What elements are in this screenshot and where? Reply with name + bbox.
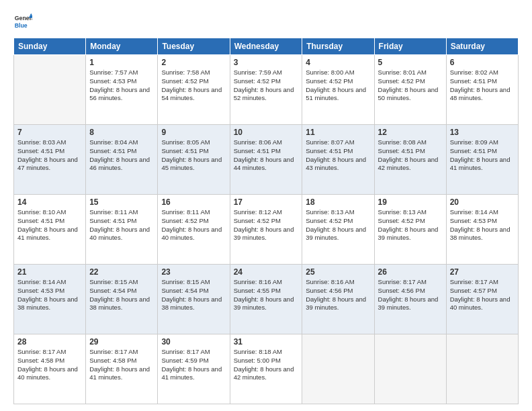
day-info: Sunrise: 8:10 AMSunset: 4:51 PMDaylight:… — [17, 208, 82, 242]
day-number: 3 — [234, 58, 299, 67]
day-info: Sunrise: 8:18 AMSunset: 5:00 PMDaylight:… — [234, 348, 299, 382]
logo-icon: General Blue — [13, 12, 32, 31]
day-cell: 21Sunrise: 8:14 AMSunset: 4:53 PMDayligh… — [14, 265, 86, 334]
day-cell: 10Sunrise: 8:06 AMSunset: 4:51 PMDayligh… — [230, 125, 302, 195]
day-cell — [374, 334, 446, 404]
day-info: Sunrise: 8:17 AMSunset: 4:57 PMDaylight:… — [450, 278, 515, 312]
day-number: 29 — [89, 337, 154, 347]
day-cell: 24Sunrise: 8:16 AMSunset: 4:55 PMDayligh… — [230, 265, 302, 334]
day-number: 16 — [161, 197, 226, 207]
day-cell: 6Sunrise: 8:02 AMSunset: 4:51 PMDaylight… — [446, 55, 518, 125]
day-number: 22 — [89, 267, 154, 277]
day-cell: 29Sunrise: 8:17 AMSunset: 4:58 PMDayligh… — [86, 334, 158, 404]
day-number: 10 — [234, 128, 299, 137]
day-info: Sunrise: 8:17 AMSunset: 4:56 PMDaylight:… — [378, 278, 443, 312]
day-info: Sunrise: 8:03 AMSunset: 4:51 PMDaylight:… — [17, 138, 82, 173]
day-cell: 14Sunrise: 8:10 AMSunset: 4:51 PMDayligh… — [14, 195, 86, 265]
day-info: Sunrise: 8:11 AMSunset: 4:52 PMDaylight:… — [161, 208, 226, 242]
day-number: 24 — [234, 267, 299, 277]
week-row: 1Sunrise: 7:57 AMSunset: 4:53 PMDaylight… — [14, 55, 519, 125]
day-info: Sunrise: 8:04 AMSunset: 4:51 PMDaylight:… — [89, 138, 154, 173]
day-info: Sunrise: 8:15 AMSunset: 4:54 PMDaylight:… — [89, 278, 154, 312]
day-info: Sunrise: 7:59 AMSunset: 4:52 PMDaylight:… — [234, 68, 299, 103]
day-info: Sunrise: 8:02 AMSunset: 4:51 PMDaylight:… — [450, 68, 515, 103]
calendar-table: SundayMondayTuesdayWednesdayThursdayFrid… — [13, 38, 519, 404]
day-cell: 28Sunrise: 8:17 AMSunset: 4:58 PMDayligh… — [14, 334, 86, 404]
day-number: 12 — [378, 128, 443, 137]
day-info: Sunrise: 8:13 AMSunset: 4:52 PMDaylight:… — [378, 208, 443, 242]
day-info: Sunrise: 8:14 AMSunset: 4:53 PMDaylight:… — [17, 278, 82, 312]
day-info: Sunrise: 8:17 AMSunset: 4:58 PMDaylight:… — [89, 348, 154, 382]
day-cell: 16Sunrise: 8:11 AMSunset: 4:52 PMDayligh… — [158, 195, 230, 265]
day-number: 30 — [161, 337, 226, 347]
day-info: Sunrise: 8:01 AMSunset: 4:52 PMDaylight:… — [378, 68, 443, 103]
day-info: Sunrise: 8:05 AMSunset: 4:51 PMDaylight:… — [161, 138, 226, 173]
header-day: Wednesday — [230, 38, 302, 55]
day-number: 21 — [17, 267, 82, 277]
day-info: Sunrise: 8:11 AMSunset: 4:51 PMDaylight:… — [89, 208, 154, 242]
day-number: 14 — [17, 197, 82, 207]
week-row: 14Sunrise: 8:10 AMSunset: 4:51 PMDayligh… — [14, 195, 519, 265]
day-number: 4 — [306, 58, 370, 67]
day-info: Sunrise: 8:14 AMSunset: 4:53 PMDaylight:… — [450, 208, 515, 242]
day-info: Sunrise: 8:17 AMSunset: 4:59 PMDaylight:… — [161, 348, 226, 382]
day-cell: 11Sunrise: 8:07 AMSunset: 4:51 PMDayligh… — [302, 125, 374, 195]
day-number: 25 — [306, 267, 370, 277]
day-number: 2 — [161, 58, 226, 67]
day-cell: 2Sunrise: 7:58 AMSunset: 4:52 PMDaylight… — [158, 55, 230, 125]
day-cell — [14, 55, 86, 125]
svg-text:Blue: Blue — [15, 22, 28, 29]
day-cell: 4Sunrise: 8:00 AMSunset: 4:52 PMDaylight… — [302, 55, 374, 125]
day-info: Sunrise: 8:16 AMSunset: 4:56 PMDaylight:… — [306, 278, 370, 312]
day-cell: 15Sunrise: 8:11 AMSunset: 4:51 PMDayligh… — [86, 195, 158, 265]
day-number: 15 — [89, 197, 154, 207]
day-cell: 1Sunrise: 7:57 AMSunset: 4:53 PMDaylight… — [86, 55, 158, 125]
day-cell — [302, 334, 374, 404]
day-number: 5 — [378, 58, 443, 67]
day-info: Sunrise: 8:16 AMSunset: 4:55 PMDaylight:… — [234, 278, 299, 312]
svg-text:General: General — [15, 15, 32, 21]
day-cell — [446, 334, 518, 404]
day-cell: 20Sunrise: 8:14 AMSunset: 4:53 PMDayligh… — [446, 195, 518, 265]
day-info: Sunrise: 8:13 AMSunset: 4:52 PMDaylight:… — [306, 208, 370, 242]
day-number: 1 — [89, 58, 154, 67]
day-number: 28 — [17, 337, 82, 347]
header-row: SundayMondayTuesdayWednesdayThursdayFrid… — [14, 38, 519, 55]
header-day: Sunday — [14, 38, 86, 55]
day-number: 27 — [450, 267, 515, 277]
header-day: Tuesday — [158, 38, 230, 55]
day-number: 19 — [378, 197, 443, 207]
day-cell: 22Sunrise: 8:15 AMSunset: 4:54 PMDayligh… — [86, 265, 158, 334]
day-info: Sunrise: 7:57 AMSunset: 4:53 PMDaylight:… — [89, 68, 154, 103]
day-number: 8 — [89, 128, 154, 137]
day-info: Sunrise: 8:12 AMSunset: 4:52 PMDaylight:… — [234, 208, 299, 242]
logo: General Blue — [13, 12, 32, 31]
day-number: 11 — [306, 128, 370, 137]
header-day: Thursday — [302, 38, 374, 55]
day-info: Sunrise: 8:09 AMSunset: 4:51 PMDaylight:… — [450, 138, 515, 173]
day-info: Sunrise: 8:07 AMSunset: 4:51 PMDaylight:… — [306, 138, 370, 173]
week-row: 7Sunrise: 8:03 AMSunset: 4:51 PMDaylight… — [14, 125, 519, 195]
page: General Blue SundayMondayTuesdayWednesda… — [0, 0, 532, 411]
day-info: Sunrise: 8:15 AMSunset: 4:54 PMDaylight:… — [161, 278, 226, 312]
week-row: 28Sunrise: 8:17 AMSunset: 4:58 PMDayligh… — [14, 334, 519, 404]
day-number: 18 — [306, 197, 370, 207]
day-cell: 8Sunrise: 8:04 AMSunset: 4:51 PMDaylight… — [86, 125, 158, 195]
day-info: Sunrise: 7:58 AMSunset: 4:52 PMDaylight:… — [161, 68, 226, 103]
day-number: 23 — [161, 267, 226, 277]
header: General Blue — [13, 12, 519, 31]
header-day: Monday — [86, 38, 158, 55]
day-cell: 13Sunrise: 8:09 AMSunset: 4:51 PMDayligh… — [446, 125, 518, 195]
day-info: Sunrise: 8:06 AMSunset: 4:51 PMDaylight:… — [234, 138, 299, 173]
day-number: 31 — [234, 337, 299, 347]
day-cell: 19Sunrise: 8:13 AMSunset: 4:52 PMDayligh… — [374, 195, 446, 265]
day-cell: 25Sunrise: 8:16 AMSunset: 4:56 PMDayligh… — [302, 265, 374, 334]
day-cell: 30Sunrise: 8:17 AMSunset: 4:59 PMDayligh… — [158, 334, 230, 404]
day-number: 13 — [450, 128, 515, 137]
day-number: 17 — [234, 197, 299, 207]
day-info: Sunrise: 8:08 AMSunset: 4:51 PMDaylight:… — [378, 138, 443, 173]
day-cell: 26Sunrise: 8:17 AMSunset: 4:56 PMDayligh… — [374, 265, 446, 334]
day-number: 9 — [161, 128, 226, 137]
day-cell: 3Sunrise: 7:59 AMSunset: 4:52 PMDaylight… — [230, 55, 302, 125]
day-cell: 7Sunrise: 8:03 AMSunset: 4:51 PMDaylight… — [14, 125, 86, 195]
